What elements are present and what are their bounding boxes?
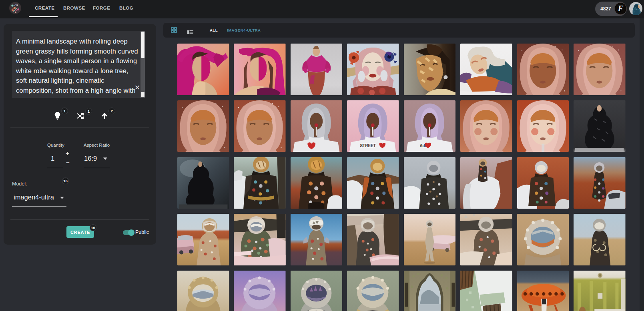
svg-text:F: F bbox=[617, 4, 623, 13]
svg-text:STREET: STREET bbox=[360, 144, 376, 148]
